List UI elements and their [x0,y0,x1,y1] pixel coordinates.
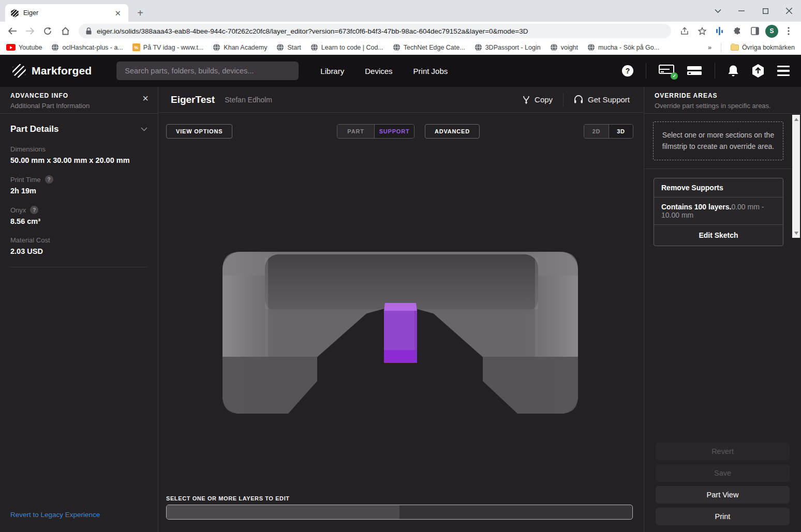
youtube-icon [6,44,16,51]
section-divider [644,169,792,169]
bookmark-khan[interactable]: Khan Academy [213,43,267,51]
override-card: Remove Supports Contains 100 layers.0.00… [654,178,783,246]
print-system-icon[interactable] [687,65,702,77]
override-layer-range: Contains 100 layers.0.00 mm - 10.00 mm [654,197,783,225]
share-icon[interactable] [677,24,692,38]
markforged-logo[interactable]: Markforged [11,63,92,79]
extensions-puzzle-icon[interactable] [730,24,745,38]
bookmark-technet[interactable]: TechNet Edge Cate... [393,43,465,51]
override-contains: Contains 100 layers. [661,203,731,211]
other-bookmarks-button[interactable]: Övriga bokmärken [731,44,795,51]
home-icon[interactable] [58,24,72,38]
globe-icon [474,43,482,51]
forward-icon[interactable] [23,24,37,38]
advanced-info-panel: ADVANCED INFO Additional Part Informatio… [0,87,158,532]
panel-actions: Revert Save Part View Print [656,443,790,525]
bookmark-patv[interactable]: %På TV idag - www.t... [132,43,203,51]
3d-part-model[interactable] [159,87,643,532]
browser-toolbar: eiger.io/solids/388aaa43-eab8-4bee-944c-… [0,22,801,40]
bookmark-youtube[interactable]: Youtube [6,44,42,51]
app-menu-icon[interactable] [777,66,790,77]
upload-hexagon-icon[interactable] [751,64,765,78]
nav-devices[interactable]: Devices [365,67,392,75]
new-tab-button[interactable]: + [134,6,147,20]
globe-icon [587,43,595,51]
bookmark-star-icon[interactable] [695,24,709,38]
window-minimize-icon[interactable] [730,0,753,22]
tab-title: Eiger [23,9,108,17]
nav-print-jobs[interactable]: Print Jobs [413,67,448,75]
print-button[interactable]: Print [656,508,790,525]
field-label: Material Cost [10,236,50,244]
revert-button[interactable]: Revert [656,443,790,460]
bookmark-learntocode[interactable]: Learn to code | Cod... [310,43,383,51]
filmstrip-fill[interactable] [167,505,399,519]
section-divider [10,267,147,267]
field-value: 50.00 mm x 30.00 mm x 20.00 mm [10,156,147,164]
panel-subtitle: Additional Part Information [10,102,147,110]
browser-tab[interactable]: Eiger ✕ [5,4,128,22]
side-panel-icon[interactable] [748,24,762,38]
part-view-button[interactable]: Part View [656,486,790,504]
printer-status-icon[interactable]: ✓ [659,65,674,77]
bookmark-oclhashcat[interactable]: oclHashcat-plus - a... [51,43,123,51]
filmstrip-label: SELECT ONE OR MORE LAYERS TO EDIT [166,495,290,501]
part-details-title: Part Details [10,124,59,134]
bookmark-voight[interactable]: voight [550,43,578,51]
panel-scrollbar[interactable] [792,115,800,238]
header-divider [646,63,646,79]
panel-title: OVERRIDE AREAS [655,92,791,99]
field-label: Onyx [10,206,26,214]
bookmark-3dpassport[interactable]: 3DPassport - Login [474,43,541,51]
notifications-bell-icon[interactable] [728,65,739,77]
save-button[interactable]: Save [656,464,790,482]
scroll-up-icon[interactable] [794,118,798,121]
part-details-header[interactable]: Part Details [10,124,147,134]
printer-ok-badge: ✓ [671,72,678,80]
override-areas-panel: OVERRIDE AREAS Override part settings in… [644,87,801,532]
close-panel-icon[interactable]: × [142,93,149,103]
chevron-down-icon [141,127,147,131]
field-dimensions: Dimensions 50.00 mm x 30.00 mm x 20.00 m… [10,145,147,164]
globe-icon [213,43,220,51]
url-text[interactable]: eiger.io/solids/388aaa43-eab8-4bee-944c-… [97,27,528,35]
back-icon[interactable] [5,24,20,38]
edit-sketch-button[interactable]: Edit Sketch [654,225,783,246]
filmstrip-hint: Select one or more sections on the films… [653,121,783,160]
globe-icon [276,43,284,51]
window-close-icon[interactable] [777,0,801,22]
nav-library[interactable]: Library [320,67,344,75]
header-divider [715,63,715,79]
window-chevron-icon[interactable] [706,0,730,22]
layer-filmstrip[interactable] [166,505,633,520]
panel-title: ADVANCED INFO [10,92,147,99]
field-value: 2h 19m [10,187,147,195]
window-maximize-icon[interactable] [753,0,777,22]
browser-menu-icon[interactable] [781,24,796,38]
markforged-favicon [10,9,19,18]
bookmarks-overflow-button[interactable]: » [708,44,711,51]
patv-icon: % [132,43,140,51]
bookmark-mucha[interactable]: mucha - Sök på Go... [587,43,659,51]
legacy-experience-link[interactable]: Revert to Legacy Experience [10,511,100,519]
panel-subtitle: Override part settings in specific areas… [655,102,791,110]
tab-close-icon[interactable]: ✕ [112,8,123,18]
content-area: ADVANCED INFO Additional Part Informatio… [0,87,801,532]
scroll-down-icon[interactable] [794,232,798,235]
reload-icon[interactable] [40,24,55,38]
globe-icon [51,43,59,51]
field-label: Dimensions [10,145,46,153]
folder-icon [731,44,739,51]
bookmark-start[interactable]: Start [276,43,301,51]
profile-avatar[interactable]: S [765,25,778,38]
help-icon[interactable]: ? [622,65,633,77]
search-input[interactable] [116,62,299,80]
globe-icon [393,43,400,51]
app-header: Markforged Library Devices Print Jobs ? … [0,55,801,87]
address-bar[interactable]: eiger.io/solids/388aaa43-eab8-4bee-944c-… [79,24,671,38]
help-tooltip-icon[interactable]: ? [45,175,53,184]
help-tooltip-icon[interactable]: ? [30,206,38,214]
browser-window: Eiger ✕ + eiger.io/solids/388aaa43-eab8-… [0,0,801,532]
field-value: 2.03 USD [10,247,147,255]
extension-stats-icon[interactable] [713,24,727,38]
